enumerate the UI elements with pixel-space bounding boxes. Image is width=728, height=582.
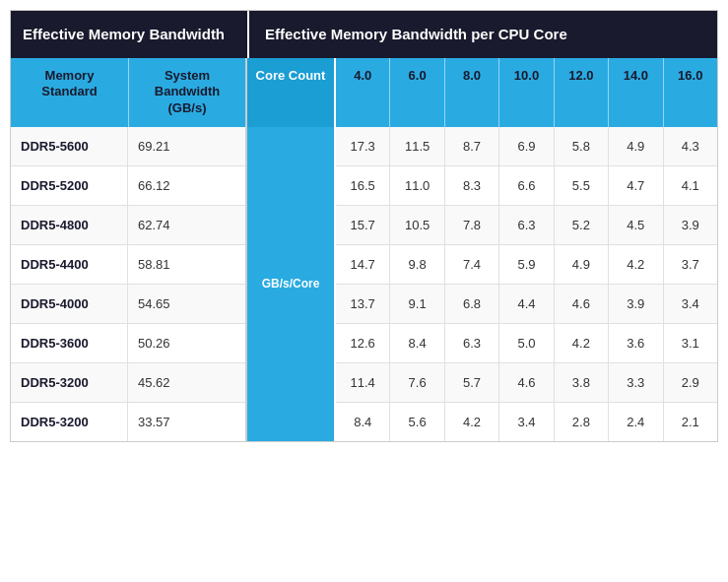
value-cell: 8.3 <box>445 166 499 205</box>
right-data-row: 16.511.08.36.65.54.74.1 <box>336 166 717 206</box>
right-data-row: 13.79.16.84.44.63.93.4 <box>336 285 717 324</box>
value-cell: 7.6 <box>390 363 444 402</box>
left-data-row: DDR5-400054.65 <box>11 285 245 324</box>
value-cell: 5.5 <box>555 166 609 205</box>
value-cell: 3.6 <box>609 324 663 362</box>
value-cell: 5.8 <box>555 127 609 165</box>
table-body: DDR5-560069.21DDR5-520066.12DDR5-480062.… <box>11 127 717 441</box>
value-cell: 11.4 <box>336 363 390 402</box>
value-cell: 12.6 <box>336 324 390 362</box>
value-cell: 7.8 <box>445 206 499 244</box>
core-count-merged-cell: GB/s/Core <box>247 127 336 441</box>
right-data-row: 8.45.64.23.42.82.42.1 <box>336 403 717 441</box>
value-cell: 11.0 <box>390 166 444 205</box>
value-cell: 6.3 <box>445 324 499 362</box>
value-cell: 3.9 <box>609 285 663 323</box>
system-bandwidth-cell: 69.21 <box>128 127 245 165</box>
subheader-core-values: 4.06.08.010.012.014.016.0 <box>336 58 717 128</box>
value-cell: 4.6 <box>499 363 554 402</box>
value-cell: 5.6 <box>390 403 444 441</box>
value-cell: 10.5 <box>390 206 444 244</box>
right-data-row: 17.311.58.76.95.84.94.3 <box>336 127 717 166</box>
value-cell: 4.1 <box>664 166 717 205</box>
subheader-core-8.0: 8.0 <box>445 58 499 128</box>
subheader-core-6.0: 6.0 <box>390 58 444 128</box>
value-cell: 5.2 <box>555 206 609 244</box>
value-cell: 8.7 <box>445 127 499 165</box>
memory-standard-cell: DDR5-4400 <box>11 245 128 284</box>
value-cell: 8.4 <box>336 403 390 441</box>
header-row: Effective Memory Bandwidth Effective Mem… <box>11 11 717 58</box>
value-cell: 13.7 <box>336 285 390 323</box>
value-cell: 3.3 <box>609 363 663 402</box>
memory-standard-cell: DDR5-3200 <box>11 403 128 441</box>
right-value-columns: 17.311.58.76.95.84.94.316.511.08.36.65.5… <box>336 127 717 441</box>
subheader-core-4.0: 4.0 <box>336 58 390 128</box>
value-cell: 6.8 <box>445 285 499 323</box>
value-cell: 9.8 <box>390 245 444 284</box>
value-cell: 4.6 <box>555 285 609 323</box>
system-bandwidth-cell: 33.57 <box>128 403 245 441</box>
system-bandwidth-cell: 50.26 <box>128 324 245 362</box>
value-cell: 2.8 <box>555 403 609 441</box>
value-cell: 5.7 <box>445 363 499 402</box>
value-cell: 4.9 <box>609 127 663 165</box>
value-cell: 6.6 <box>499 166 554 205</box>
subheader-core-12.0: 12.0 <box>555 58 609 128</box>
right-data-row: 12.68.46.35.04.23.63.1 <box>336 324 717 363</box>
value-cell: 2.1 <box>664 403 717 441</box>
memory-standard-cell: DDR5-3600 <box>11 324 128 362</box>
subheader-core-16.0: 16.0 <box>664 58 717 128</box>
value-cell: 4.4 <box>499 285 554 323</box>
value-cell: 2.9 <box>664 363 717 402</box>
memory-standard-cell: DDR5-3200 <box>11 363 128 402</box>
value-cell: 17.3 <box>336 127 390 165</box>
subheader-core-count: Core Count <box>247 58 336 128</box>
value-cell: 3.4 <box>499 403 554 441</box>
left-data-row: DDR5-320033.57 <box>11 403 245 441</box>
value-cell: 2.4 <box>609 403 663 441</box>
left-title-text: Effective Memory Bandwidth <box>23 26 225 42</box>
subheader-system-bandwidth: System Bandwidth (GB/s) <box>129 58 247 128</box>
left-data-row: DDR5-320045.62 <box>11 363 245 403</box>
subheader-core-10.0: 10.0 <box>499 58 554 128</box>
value-cell: 4.2 <box>609 245 663 284</box>
subheader-core-14.0: 14.0 <box>609 58 663 128</box>
header-right-title: Effective Memory Bandwidth per CPU Core <box>247 11 717 58</box>
right-data-row: 14.79.87.45.94.94.23.7 <box>336 245 717 285</box>
header-left-title: Effective Memory Bandwidth <box>11 11 247 58</box>
value-cell: 4.2 <box>555 324 609 362</box>
value-cell: 7.4 <box>445 245 499 284</box>
left-data-row: DDR5-560069.21 <box>11 127 245 166</box>
right-data-row: 15.710.57.86.35.24.53.9 <box>336 206 717 245</box>
memory-standard-cell: DDR5-5200 <box>11 166 128 205</box>
value-cell: 3.7 <box>664 245 717 284</box>
system-bandwidth-cell: 66.12 <box>128 166 245 205</box>
subheader-memory-standard: Memory Standard <box>11 58 129 128</box>
main-table: Effective Memory Bandwidth Effective Mem… <box>10 10 718 442</box>
value-cell: 5.9 <box>499 245 554 284</box>
left-columns: DDR5-560069.21DDR5-520066.12DDR5-480062.… <box>11 127 247 441</box>
memory-standard-cell: DDR5-4000 <box>11 285 128 323</box>
value-cell: 4.7 <box>609 166 663 205</box>
left-data-row: DDR5-440058.81 <box>11 245 245 285</box>
system-bandwidth-cell: 54.65 <box>128 285 245 323</box>
value-cell: 6.9 <box>499 127 554 165</box>
value-cell: 4.9 <box>555 245 609 284</box>
system-bandwidth-cell: 58.81 <box>128 245 245 284</box>
system-bandwidth-cell: 45.62 <box>128 363 245 402</box>
value-cell: 8.4 <box>390 324 444 362</box>
value-cell: 16.5 <box>336 166 390 205</box>
value-cell: 3.8 <box>555 363 609 402</box>
value-cell: 15.7 <box>336 206 390 244</box>
value-cell: 3.9 <box>664 206 717 244</box>
value-cell: 14.7 <box>336 245 390 284</box>
memory-standard-cell: DDR5-4800 <box>11 206 128 244</box>
left-data-row: DDR5-480062.74 <box>11 206 245 245</box>
left-data-row: DDR5-360050.26 <box>11 324 245 363</box>
right-data-row: 11.47.65.74.63.83.32.9 <box>336 363 717 403</box>
value-cell: 3.4 <box>664 285 717 323</box>
system-bandwidth-cell: 62.74 <box>128 206 245 244</box>
value-cell: 4.5 <box>609 206 663 244</box>
value-cell: 5.0 <box>499 324 554 362</box>
